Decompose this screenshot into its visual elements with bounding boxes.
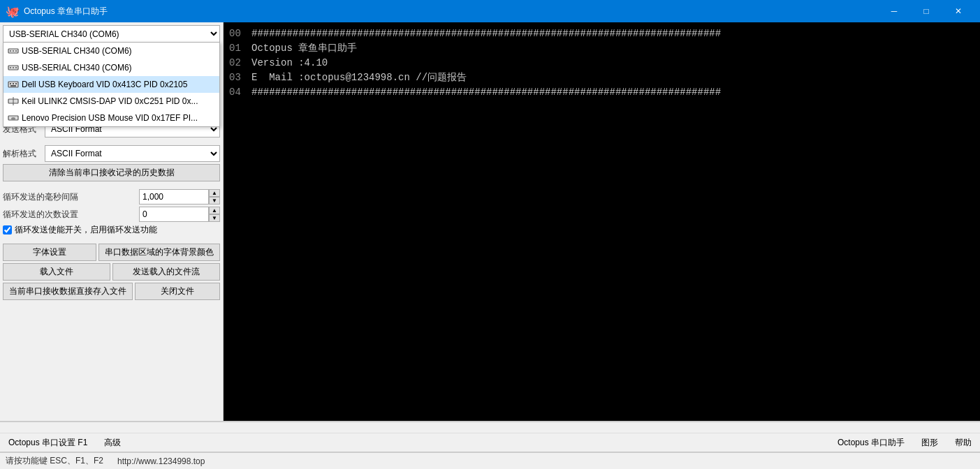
- parse-format-label: 解析格式: [3, 148, 45, 160]
- svg-point-7: [15, 67, 17, 68]
- svg-rect-11: [15, 83, 17, 84]
- svg-rect-12: [10, 85, 16, 87]
- menu-serial-settings[interactable]: Octopus 串口设置 F1: [1, 435, 95, 450]
- terminal-panel: 00######################################…: [224, 22, 980, 421]
- loop-count-input[interactable]: [139, 207, 209, 222]
- line-content: ########################################…: [251, 85, 721, 100]
- minimize-button[interactable]: ─: [878, 0, 910, 22]
- menu-bar: Octopus 串口设置 F1 高级 Octopus 串口助手 图形 帮助: [0, 433, 980, 452]
- line-number: 03: [229, 70, 246, 85]
- port-option-5[interactable]: Lenovo Precision USB Mouse VID 0x17EF PI…: [3, 110, 219, 126]
- app-icon: 🐙: [6, 4, 20, 18]
- status-hint: 请按功能键 ESC、F1、F2: [6, 455, 103, 467]
- loop-enable-label: 循环发送使能开关，启用循环发送功能: [15, 224, 157, 236]
- close-file-button[interactable]: 关闭文件: [135, 283, 220, 300]
- terminal-line: 00######################################…: [229, 27, 974, 41]
- bottom-area: Octopus 串口设置 F1 高级 Octopus 串口助手 图形 帮助 请按…: [0, 421, 980, 469]
- port-option-2[interactable]: USB-SERIAL CH340 (COM6): [3, 59, 219, 76]
- save-data-button[interactable]: 当前串口接收数据直接存入文件: [3, 283, 133, 300]
- bg-color-button[interactable]: 串口数据区域的字体背景颜色: [98, 244, 220, 261]
- terminal-line: 04######################################…: [229, 85, 974, 100]
- line-number: 01: [229, 41, 246, 56]
- font-bg-row: 字体设置 串口数据区域的字体背景颜色: [3, 244, 220, 261]
- menu-serial-assistant[interactable]: Octopus 串口助手: [830, 435, 912, 450]
- menu-help[interactable]: 帮助: [947, 435, 979, 450]
- terminal-line: 01Octopus 章鱼串口助手: [229, 41, 974, 56]
- loop-count-spinbox: ▲ ▼: [209, 207, 220, 222]
- loop-enable-row: 循环发送使能开关，启用循环发送功能: [3, 224, 220, 236]
- port-dropdown-list: USB-SERIAL CH340 (COM6) USB-SERIAL CH340…: [3, 42, 220, 127]
- title-bar: 🐙 Octopus 章鱼串口助手 ─ □ ✕: [0, 0, 980, 22]
- svg-point-5: [10, 67, 11, 68]
- svg-point-3: [15, 50, 17, 52]
- menu-graph[interactable]: 图形: [914, 435, 946, 450]
- loop-count-row: 循环发送的次数设置 ▲ ▼: [3, 207, 220, 222]
- status-bar: 请按功能键 ESC、F1、F2 http://www.1234998.top: [0, 452, 980, 469]
- loop-interval-down[interactable]: ▼: [209, 197, 220, 204]
- svg-point-15: [11, 117, 15, 120]
- terminal-line: 03E Mail :octopus@1234998.cn //问题报告: [229, 70, 974, 85]
- terminal-content: 00######################################…: [229, 27, 974, 100]
- main-container: USB-SERIAL CH340 (COM6) USB-SERIAL CH340…: [0, 22, 980, 469]
- content-area: USB-SERIAL CH340 (COM6) USB-SERIAL CH340…: [0, 22, 980, 421]
- loop-count-up[interactable]: ▲: [209, 207, 220, 214]
- line-content: Version :4.10: [251, 56, 328, 70]
- line-content: ########################################…: [251, 27, 721, 41]
- port-option-4[interactable]: Keil ULINK2 CMSIS-DAP VID 0xC251 PID 0x.…: [3, 93, 219, 110]
- loop-count-down[interactable]: ▼: [209, 214, 220, 222]
- file-row: 载入文件 发送载入的文件流: [3, 263, 220, 281]
- loop-interval-row: 循环发送的毫秒间隔 ▲ ▼: [3, 189, 220, 204]
- font-settings-button[interactable]: 字体设置: [3, 244, 96, 261]
- left-panel: USB-SERIAL CH340 (COM6) USB-SERIAL CH340…: [0, 22, 224, 421]
- svg-rect-10: [13, 83, 14, 84]
- line-content: E Mail :octopus@1234998.cn //问题报告: [251, 70, 467, 85]
- serial-icon: [8, 45, 19, 57]
- svg-point-2: [13, 50, 14, 52]
- parse-format-row: 解析格式 ASCII Format: [3, 145, 220, 162]
- loop-interval-label: 循环发送的毫秒间隔: [3, 191, 139, 203]
- menu-advanced[interactable]: 高级: [96, 435, 129, 450]
- port-select[interactable]: USB-SERIAL CH340 (COM6): [3, 25, 220, 42]
- loop-interval-input[interactable]: [139, 189, 209, 204]
- clear-history-button[interactable]: 清除当前串口接收记录的历史数据: [3, 164, 220, 181]
- serial-icon-2: [8, 62, 19, 73]
- port-select-area: USB-SERIAL CH340 (COM6) USB-SERIAL CH340…: [3, 25, 220, 42]
- svg-rect-9: [10, 83, 11, 84]
- line-number: 04: [229, 85, 246, 100]
- loop-interval-spinbox: ▲ ▼: [209, 189, 220, 204]
- line-number: 02: [229, 56, 246, 70]
- parse-format-select[interactable]: ASCII Format: [45, 145, 220, 162]
- loop-interval-up[interactable]: ▲: [209, 189, 220, 197]
- title-text: Octopus 章鱼串口助手: [24, 6, 878, 17]
- terminal-line: 02Version :4.10: [229, 56, 974, 70]
- title-buttons: ─ □ ✕: [878, 0, 974, 22]
- mouse-icon: [8, 112, 19, 124]
- send-file-button[interactable]: 发送载入的文件流: [112, 263, 220, 281]
- status-url: http://www.1234998.top: [117, 456, 205, 466]
- svg-point-6: [13, 67, 14, 68]
- close-button[interactable]: ✕: [942, 0, 974, 22]
- loop-enable-checkbox[interactable]: [3, 225, 12, 234]
- load-file-button[interactable]: 载入文件: [3, 263, 110, 281]
- usb-icon: [8, 96, 19, 107]
- loop-count-label: 循环发送的次数设置: [3, 209, 139, 221]
- save-close-row: 当前串口接收数据直接存入文件 关闭文件: [3, 283, 220, 300]
- svg-point-1: [10, 50, 11, 52]
- line-number: 00: [229, 27, 246, 41]
- h-scroll-track: [0, 422, 980, 433]
- h-scrollbar[interactable]: [0, 422, 980, 433]
- line-content: Octopus 章鱼串口助手: [251, 41, 357, 56]
- keyboard-icon: [8, 79, 19, 90]
- maximize-button[interactable]: □: [910, 0, 942, 22]
- menu-spacer: [129, 433, 829, 452]
- port-option-1[interactable]: USB-SERIAL CH340 (COM6): [3, 43, 219, 59]
- port-option-3[interactable]: Dell USB Keyboard VID 0x413C PID 0x2105: [3, 76, 219, 93]
